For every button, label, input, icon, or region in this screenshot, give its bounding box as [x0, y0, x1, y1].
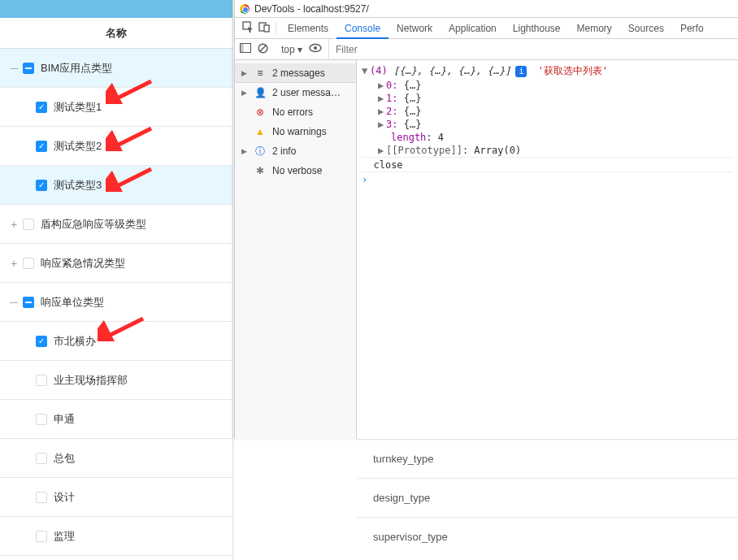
tab-memory[interactable]: Memory [569, 18, 620, 39]
devtools-panel: DevTools - localhost:9527/ Elements Cons… [234, 0, 738, 439]
device-toggle-icon[interactable] [256, 21, 272, 35]
node-label: 响应单位类型 [41, 283, 104, 322]
tree-node-emergency[interactable]: 响应紧急情况类型 [0, 244, 232, 283]
leaf-label: 测试类型2 [54, 127, 102, 166]
node-label: 盾构应急响应等级类型 [41, 205, 146, 244]
tab-sources[interactable]: Sources [620, 18, 672, 39]
checkbox-indeterminate[interactable] [23, 63, 34, 74]
tree-node-bim[interactable]: BIM应用点类型 [0, 49, 232, 88]
checkbox-unchecked[interactable] [36, 375, 47, 386]
tree-leaf-bim-0[interactable]: 测试类型1 [0, 88, 232, 127]
type-list: turnkey_type design_type supervisor_type [357, 439, 738, 556]
tab-application[interactable]: Application [441, 18, 505, 39]
tree-leaf-bim-1[interactable]: 测试类型2 [0, 127, 232, 166]
leaf-label: 监理 [54, 517, 75, 556]
clear-console-icon[interactable] [258, 43, 268, 56]
sidebar-toggle-icon[interactable] [240, 43, 251, 55]
checkbox-checked[interactable] [36, 180, 47, 191]
tree-node-shield[interactable]: 盾构应急响应等级类型 [0, 205, 232, 244]
sidebar-errors[interactable]: ⊗No errors [235, 102, 356, 122]
checkbox-unchecked[interactable] [23, 258, 34, 269]
devtools-title: DevTools - localhost:9527/ [254, 3, 369, 15]
list-item[interactable]: design_type [357, 478, 738, 517]
tree-leaf-unit-2[interactable]: 申通 [0, 400, 232, 439]
checkbox-indeterminate[interactable] [23, 297, 34, 308]
separator [276, 22, 276, 35]
leaf-label: 业主现场指挥部 [54, 361, 128, 400]
sidebar-info[interactable]: ▶ⓘ2 info [235, 141, 356, 161]
tree-topbar [0, 0, 232, 18]
leaf-label: 测试类型1 [54, 88, 102, 127]
sidebar-user-messages[interactable]: ▶👤2 user messa… [235, 83, 356, 102]
checkbox-unchecked[interactable] [36, 492, 47, 503]
tab-performance[interactable]: Perfo [672, 18, 712, 39]
tree-leaf-unit-5[interactable]: 监理 [0, 517, 232, 556]
tree-leaf-unit-0[interactable]: 市北横办 [0, 322, 232, 361]
tree-body: BIM应用点类型 测试类型1 测试类型2 测试类型3 盾构应急响应等级类型 响应… [0, 49, 232, 556]
chrome-icon [240, 4, 250, 14]
svg-point-12 [314, 46, 317, 50]
svg-rect-8 [241, 44, 244, 53]
sidebar-verbose[interactable]: ✱No verbose [235, 161, 356, 180]
checkbox-checked[interactable] [36, 102, 47, 113]
svg-line-10 [260, 46, 266, 51]
list-item[interactable]: supervisor_type [357, 517, 738, 556]
devtools-tabs: Elements Console Network Application Lig… [235, 18, 738, 39]
checkbox-unchecked[interactable] [36, 531, 47, 542]
tree-panel: 名称 BIM应用点类型 测试类型1 测试类型2 测试类型3 盾构应急响应等级类型 [0, 0, 233, 560]
filter-container [328, 39, 738, 60]
console-output[interactable]: ▼(4) [{…}, {…}, {…}, {…}]i '获取选中列表' ▶0: … [357, 60, 738, 439]
sidebar-messages[interactable]: ▶≡2 messages [235, 63, 356, 83]
context-selector[interactable]: top ▾ [281, 44, 302, 55]
checkbox-unchecked[interactable] [36, 414, 47, 425]
checkbox-checked[interactable] [36, 336, 47, 347]
tree-leaf-unit-4[interactable]: 设计 [0, 478, 232, 517]
devtools-titlebar: DevTools - localhost:9527/ [235, 0, 738, 18]
checkbox-unchecked[interactable] [23, 219, 34, 230]
tree-leaf-unit-1[interactable]: 业主现场指挥部 [0, 361, 232, 400]
collapse-icon[interactable] [8, 297, 20, 308]
svg-rect-6 [264, 25, 269, 32]
tab-elements[interactable]: Elements [280, 18, 336, 39]
tab-console[interactable]: Console [336, 18, 389, 39]
info-badge-icon: i [515, 66, 527, 77]
tree-leaf-unit-3[interactable]: 总包 [0, 439, 232, 478]
leaf-label: 总包 [54, 439, 75, 478]
checkbox-unchecked[interactable] [36, 453, 47, 464]
filter-input[interactable] [336, 44, 738, 55]
list-item[interactable]: turnkey_type [357, 439, 738, 478]
tab-network[interactable]: Network [389, 18, 441, 39]
leaf-label: 申通 [54, 400, 75, 439]
tree-header: 名称 [0, 18, 232, 49]
expand-icon[interactable] [8, 219, 20, 230]
leaf-label: 测试类型3 [54, 166, 102, 205]
console-toolbar: top ▾ [235, 39, 738, 60]
sidebar-warnings[interactable]: ▲No warnings [235, 122, 356, 141]
tree-leaf-bim-2[interactable]: 测试类型3 [0, 166, 232, 205]
console-sidebar: ▶≡2 messages ▶👤2 user messa… ⊗No errors … [235, 60, 357, 439]
checkbox-checked[interactable] [36, 141, 47, 152]
tree-node-unit[interactable]: 响应单位类型 [0, 283, 232, 322]
expand-icon[interactable] [8, 258, 20, 269]
node-label: BIM应用点类型 [41, 49, 112, 88]
leaf-label: 市北横办 [54, 322, 96, 361]
leaf-label: 设计 [54, 478, 75, 517]
tab-lighthouse[interactable]: Lighthouse [505, 18, 569, 39]
collapse-icon[interactable] [8, 63, 20, 74]
inspect-icon[interactable] [240, 21, 256, 35]
node-label: 响应紧急情况类型 [41, 244, 125, 283]
live-expression-icon[interactable] [309, 43, 322, 55]
